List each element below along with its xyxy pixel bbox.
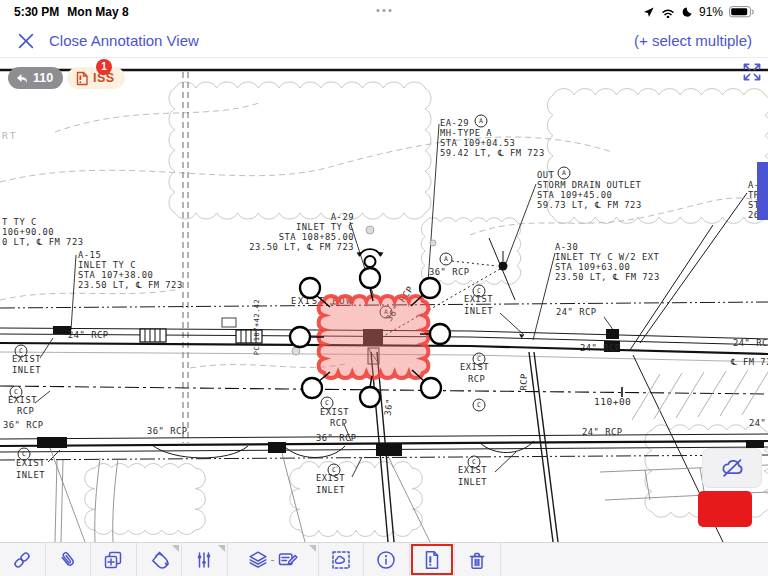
circled-letter: C	[473, 399, 486, 412]
drawing-label: EXIST	[12, 355, 41, 364]
wifi-icon	[661, 7, 675, 18]
selection-handle-top-right[interactable]	[420, 278, 440, 298]
selected-cloud-annotation[interactable]	[319, 296, 429, 378]
undo-count-badge[interactable]: 110	[8, 67, 63, 89]
tool-info-button[interactable]	[364, 543, 410, 576]
submenu-indicator	[309, 545, 316, 552]
drawing-label: 36" RCP	[429, 268, 470, 277]
fullscreen-button[interactable]	[740, 60, 764, 88]
status-bar: 5:30 PM Mon May 8 91%	[0, 0, 768, 24]
annotation-view-screen: RT24" RCPEXISTINLETEXISTRCP36" RCPEXISTI…	[0, 0, 768, 576]
attachment-icon	[57, 549, 79, 571]
drawing-label: 36" RCP	[316, 434, 357, 443]
selection-handle-bottom-left[interactable]	[302, 378, 322, 398]
clock: 5:30 PM	[14, 5, 59, 19]
circled-letter: C	[18, 448, 31, 461]
drawing-callout: A-29INLET TY CSTA 108+85.0023.50 LT, ℄ F…	[234, 212, 354, 252]
close-icon	[16, 31, 36, 51]
date: Mon May 8	[67, 5, 128, 19]
drawing-label: 24" RCP	[733, 339, 768, 348]
delete-icon	[466, 549, 488, 571]
drawing-callout: OUTSTORM DRAIN OUTLETSTA 109+45.0059.73 …	[537, 170, 642, 210]
properties-icon	[193, 549, 215, 571]
drawing-callout: A-30INLET TY C W/2 EXTSTA 109+63.0023.50…	[555, 242, 660, 282]
selection-handle-right[interactable]	[430, 324, 450, 344]
drawing-label: EXIST	[8, 396, 37, 405]
issue-count-badge: 1	[96, 59, 112, 75]
drawing-label: 24"	[749, 419, 766, 428]
do-not-disturb-moon-icon	[681, 6, 693, 18]
drawing-label: 24" RCP	[68, 331, 109, 340]
drawing-label: 110+00	[594, 397, 631, 407]
circled-letter: C	[10, 386, 23, 399]
layers-icon	[247, 549, 269, 571]
duplicate-icon	[102, 549, 124, 571]
tool-cells: -	[0, 543, 501, 576]
drawing-label: 36" RCP	[3, 421, 44, 430]
drawing-label: EXIST	[458, 466, 487, 475]
blue-highlight-annotation[interactable]	[757, 162, 768, 220]
circled-letter: C	[473, 353, 486, 366]
note-edit-icon	[277, 549, 299, 571]
circled-letter: C	[15, 345, 28, 358]
circled-letter: C	[468, 456, 481, 469]
tool-layers-note-button[interactable]: -	[228, 543, 319, 576]
expand-arrows-icon	[740, 60, 764, 84]
reply-arrow-icon	[16, 73, 28, 84]
toolbar-filler	[501, 543, 768, 576]
drawing-label: 24" RCP	[556, 308, 597, 317]
select-multiple-button[interactable]: (+ select multiple)	[634, 32, 752, 49]
tool-fill-color-button[interactable]	[137, 543, 183, 576]
drawing-label: INLET	[12, 366, 41, 375]
selection-handle-top-center[interactable]	[360, 268, 380, 288]
tool-delete-button[interactable]	[455, 543, 501, 576]
circled-letter: C	[321, 397, 334, 410]
info-icon	[375, 549, 397, 571]
annotation-toolbar: -	[0, 542, 768, 576]
close-annotation-view-button[interactable]: Close Annotation View	[16, 31, 199, 51]
circled-letter: A	[475, 115, 488, 128]
circled-letter: C	[473, 285, 486, 298]
submenu-indicator	[218, 545, 225, 552]
drawing-label: RCP	[330, 419, 347, 428]
drawing-label: EXIST	[460, 363, 489, 372]
drawing-label: 24" RCP	[580, 344, 621, 353]
selection-handle-bottom-center[interactable]	[360, 387, 380, 407]
selection-handle-top-left[interactable]	[300, 278, 320, 298]
issue-document-icon	[75, 71, 89, 86]
drawing-label: EXIST	[16, 459, 45, 468]
drawing-label: INLET	[16, 471, 45, 480]
selection-handle-bottom-right[interactable]	[421, 378, 441, 398]
location-icon	[643, 6, 655, 18]
red-box-annotation[interactable]	[698, 491, 752, 527]
tool-issue-button[interactable]	[410, 543, 456, 576]
cloud-select-icon	[330, 549, 352, 571]
circled-letter: A	[558, 167, 571, 180]
drawing-label: INLET	[316, 486, 345, 495]
tool-cloud-select-button[interactable]	[319, 543, 365, 576]
drawing-callout: EA-29MH-TYPE ASTA 109+04.5359.42 LT, ℄ F…	[440, 118, 545, 158]
undo-count: 110	[33, 71, 53, 85]
drawing-label: 24" RCP	[582, 428, 623, 437]
hide-markups-button[interactable]	[702, 448, 762, 488]
tool-link-button[interactable]	[0, 543, 46, 576]
battery-icon	[729, 6, 754, 18]
tool-properties-button[interactable]	[182, 543, 228, 576]
drawing-label: RCP	[17, 407, 34, 416]
rotation-handle[interactable]	[357, 249, 384, 267]
tool-duplicate-button[interactable]	[91, 543, 137, 576]
drawing-label: INLET	[458, 478, 487, 487]
multitasking-indicator-icon	[377, 9, 392, 12]
drawing-label: RCP	[468, 375, 485, 384]
drawing-label: 36"	[384, 398, 395, 416]
close-annotation-view-label: Close Annotation View	[49, 32, 199, 49]
selection-handle-left[interactable]	[290, 327, 310, 347]
drawing-label: EXIST	[320, 408, 349, 417]
drawing-label: EXIST	[464, 295, 493, 304]
drawing-callout: T TY C106+90.000 LT, ℄ FM 723	[2, 217, 84, 247]
tool-attachment-button[interactable]	[46, 543, 92, 576]
annotation-nav-bar: Close Annotation View (+ select multiple…	[0, 24, 768, 58]
dash-separator: -	[271, 553, 275, 567]
issue-icon	[421, 549, 443, 571]
drawing-label: INLET	[464, 307, 493, 316]
